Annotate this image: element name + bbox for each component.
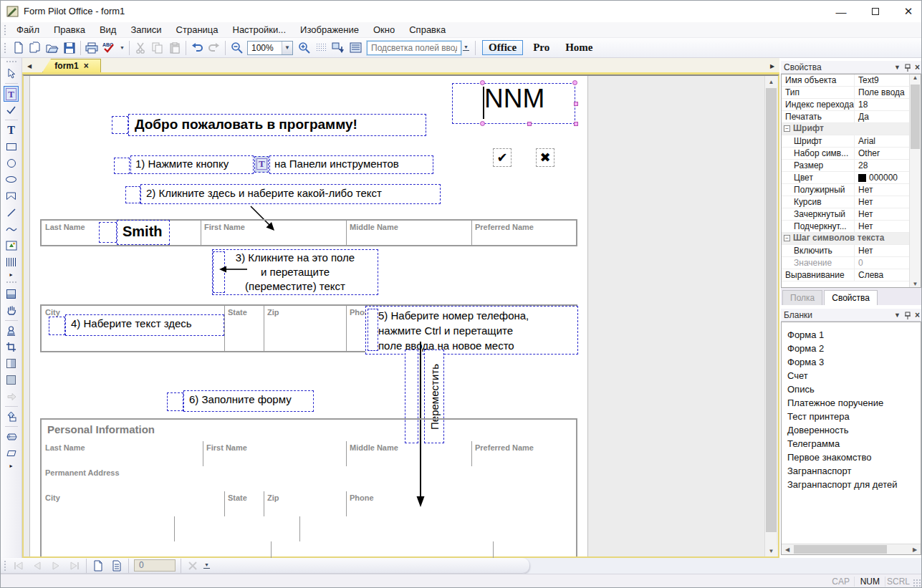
selection-handle[interactable]: [574, 102, 578, 106]
save-icon[interactable]: [61, 39, 78, 57]
field-box[interactable]: [368, 309, 378, 351]
zoom-combobox[interactable]: 100% ▼: [247, 41, 293, 55]
highlight-fields-icon[interactable]: [347, 39, 364, 57]
property-row[interactable]: Размер28: [782, 160, 909, 172]
property-row[interactable]: Имя объектаText9: [782, 74, 909, 87]
field-box[interactable]: [167, 392, 183, 411]
tab-properties[interactable]: Свойства: [824, 290, 878, 305]
blank-item[interactable]: Первое знакомство: [782, 450, 921, 464]
property-group-charstep[interactable]: −Шаг символов текста: [782, 233, 909, 245]
minimize-button[interactable]: —: [825, 1, 858, 22]
field-box[interactable]: [49, 317, 65, 335]
scroll-left-icon[interactable]: ◀: [782, 544, 793, 554]
blank-item[interactable]: Счет: [782, 369, 921, 382]
text-field-tool[interactable]: T: [3, 85, 20, 102]
welcome-textbox[interactable]: Добро пожаловать в программу!: [128, 114, 426, 136]
image-tool[interactable]: [3, 237, 20, 254]
print-icon[interactable]: [83, 39, 100, 57]
properties-scrollbar[interactable]: ▲ ▼: [909, 74, 921, 287]
circle-tool[interactable]: [3, 155, 20, 171]
record-number-field[interactable]: 0: [134, 559, 176, 572]
zoom-in-icon[interactable]: [295, 39, 312, 57]
zoom-out-icon[interactable]: [228, 39, 245, 57]
smith-textbox[interactable]: Smith: [117, 220, 170, 245]
copy-document-icon[interactable]: [27, 39, 44, 57]
selection-handle[interactable]: [527, 122, 532, 126]
menu-window[interactable]: Окно: [366, 22, 402, 38]
property-row[interactable]: Набор симв...Other: [782, 148, 909, 160]
scroll-up-icon[interactable]: ▲: [910, 74, 921, 81]
checkmark-object[interactable]: ✔: [493, 148, 512, 167]
curve-tool[interactable]: [3, 221, 20, 237]
property-row-color[interactable]: Цвет000000: [782, 172, 909, 184]
scroll-up-icon[interactable]: ▲: [765, 76, 777, 87]
blank-item[interactable]: Доверенность: [782, 423, 921, 437]
property-row[interactable]: КурсивНет: [782, 196, 909, 208]
blank-item[interactable]: Платежное поручение: [782, 396, 921, 410]
zoom-dropdown-icon[interactable]: ▼: [282, 42, 292, 54]
navbar-overflow-icon[interactable]: ▼: [202, 559, 211, 573]
crossmark-object[interactable]: ✖: [536, 148, 554, 167]
step6-textbox[interactable]: 6) Заполните форму: [183, 390, 314, 412]
step1-textbox-right[interactable]: на Панели инструментов: [269, 155, 433, 174]
grid-icon[interactable]: [312, 39, 330, 57]
field-box[interactable]: [114, 158, 130, 174]
field-box[interactable]: [99, 222, 117, 243]
blank-item[interactable]: Телеграмма: [782, 437, 921, 450]
close-button[interactable]: ✕: [892, 1, 922, 22]
new-document-icon[interactable]: [9, 39, 27, 57]
panel-close-icon[interactable]: ×: [915, 62, 920, 72]
scroll-down-icon[interactable]: ▼: [765, 545, 777, 556]
menu-page[interactable]: Страница: [169, 22, 226, 38]
eraser-tool[interactable]: [3, 428, 20, 445]
open-icon[interactable]: [44, 39, 61, 57]
scrollbar-thumb[interactable]: [766, 88, 777, 532]
more-tools-2[interactable]: ▸: [3, 461, 20, 470]
property-group-font[interactable]: −Шрифт: [782, 123, 909, 135]
step1-textbox-left[interactable]: 1) Нажмите кнопку: [130, 155, 254, 174]
nnm-text[interactable]: NNM: [484, 84, 544, 114]
send-up-tool[interactable]: [3, 408, 20, 425]
menu-records[interactable]: Записи: [123, 22, 168, 38]
toolbar-overflow-icon[interactable]: ▼: [461, 41, 471, 55]
blank-item[interactable]: Форма 3: [782, 355, 921, 369]
menu-settings[interactable]: Настройки...: [226, 22, 294, 38]
property-row[interactable]: ПечататьДа: [782, 111, 909, 123]
tab-close-icon[interactable]: ×: [84, 62, 89, 69]
property-row[interactable]: ВключитьНет: [782, 245, 909, 257]
blank-item[interactable]: Опись: [782, 382, 921, 396]
rectangle-tool[interactable]: [3, 138, 20, 155]
select-tool[interactable]: [3, 65, 20, 82]
property-row[interactable]: Индекс перехода18: [782, 99, 909, 111]
selection-handle[interactable]: [480, 121, 485, 126]
property-row[interactable]: Значение0: [782, 257, 909, 269]
more-tools[interactable]: ▸: [3, 270, 20, 279]
blank-item[interactable]: Тест принтера: [782, 410, 921, 423]
property-row[interactable]: ПолужирныйНет: [782, 184, 909, 196]
edition-home-button[interactable]: Home: [560, 41, 598, 54]
crop-tool[interactable]: [3, 339, 20, 355]
property-row[interactable]: ВыравниваниеСлева: [782, 269, 909, 281]
hand-tool[interactable]: [3, 302, 20, 319]
tab-scroll-left-icon[interactable]: ◀: [24, 61, 34, 72]
spellcheck-dropdown-icon[interactable]: ▼: [117, 41, 127, 55]
property-row[interactable]: ШрифтArial: [782, 135, 909, 148]
ellipse-tool[interactable]: [3, 171, 20, 188]
selection-handle[interactable]: [574, 122, 578, 126]
step5-textbox[interactable]: 5) Наберите номер телефона, нажмите Ctrl…: [365, 306, 578, 355]
collapse-icon[interactable]: −: [784, 125, 790, 132]
scroll-down-icon[interactable]: ▼: [910, 281, 921, 287]
selection-handle[interactable]: [480, 80, 485, 85]
selection-handle[interactable]: [572, 80, 577, 85]
undo-icon[interactable]: [188, 39, 206, 57]
blank-item[interactable]: Форма 2: [782, 342, 921, 355]
scrollbar-thumb[interactable]: [794, 545, 887, 554]
line-tool[interactable]: [3, 204, 20, 221]
move-field-icon[interactable]: [330, 39, 347, 57]
shade-light-tool[interactable]: [3, 355, 20, 372]
menu-view[interactable]: Вид: [92, 22, 124, 38]
polygon-tool[interactable]: [3, 188, 20, 204]
blanks-horizontal-scrollbar[interactable]: ◀ ▶: [782, 544, 921, 554]
document-canvas[interactable]: NNM Добро пожаловать в программу! 1) Наж…: [22, 74, 779, 558]
eraser-flat-tool[interactable]: [3, 445, 20, 461]
